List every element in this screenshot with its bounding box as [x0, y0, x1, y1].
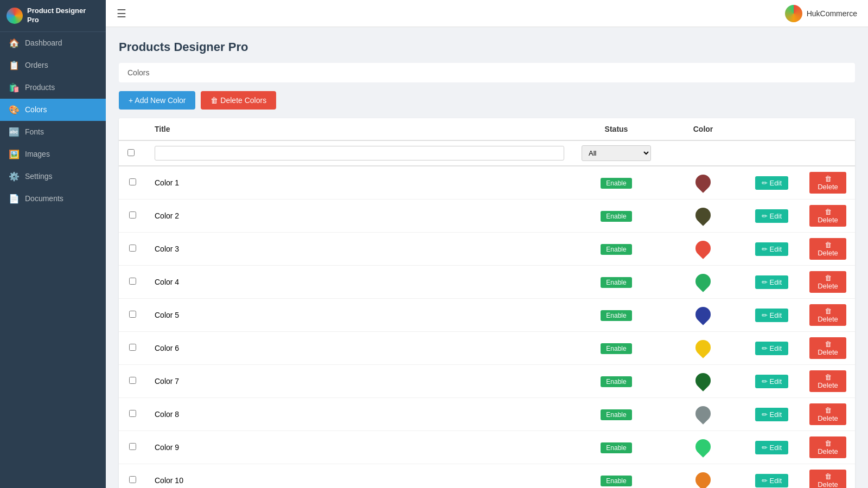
edit-button-5[interactable]: ✏ Edit	[755, 309, 788, 322]
page-title: Products Designer Pro	[119, 40, 855, 54]
row-check-cell	[119, 464, 146, 489]
delete-button-6[interactable]: 🗑 Delete	[809, 337, 846, 359]
sidebar-item-orders[interactable]: 📋Orders	[0, 54, 106, 76]
row-delete-cell-4: 🗑 Delete	[801, 266, 855, 299]
delete-button-10[interactable]: 🗑 Delete	[809, 470, 846, 488]
row-title-9: Color 9	[146, 431, 573, 464]
sidebar-item-label-images: Images	[25, 150, 50, 158]
filter-title-cell	[146, 140, 573, 166]
edit-button-9[interactable]: ✏ Edit	[755, 441, 788, 454]
color-leaf-5	[692, 304, 714, 325]
sidebar-item-products[interactable]: 🛍️Products	[0, 76, 106, 99]
sidebar-item-dashboard[interactable]: 🏠Dashboard	[0, 32, 106, 54]
filter-title-input[interactable]	[155, 146, 564, 160]
sidebar-item-settings[interactable]: ⚙️Settings	[0, 165, 106, 188]
row-edit-cell-10: ✏ Edit	[746, 464, 801, 489]
table-filter-row: All Enable Disable	[119, 140, 855, 166]
col-header-status: Status	[573, 118, 660, 140]
row-delete-cell-3: 🗑 Delete	[801, 233, 855, 266]
row-checkbox-10[interactable]	[129, 476, 136, 483]
edit-button-3[interactable]: ✏ Edit	[755, 242, 788, 256]
col-header-title: Title	[146, 118, 573, 140]
row-checkbox-3[interactable]	[129, 245, 136, 252]
nav-menu: 🏠Dashboard📋Orders🛍️Products🎨Colors🔤Fonts…	[0, 32, 106, 210]
delete-button-5[interactable]: 🗑 Delete	[809, 304, 846, 326]
delete-colors-button[interactable]: 🗑 Delete Colors	[201, 91, 276, 110]
row-edit-cell-6: ✏ Edit	[746, 332, 801, 365]
table-row: Color 5 Enable ✏ Edit 🗑 Delete	[119, 299, 855, 332]
delete-button-4[interactable]: 🗑 Delete	[809, 271, 846, 293]
color-leaf-6	[692, 337, 714, 358]
row-delete-cell-1: 🗑 Delete	[801, 166, 855, 200]
edit-button-8[interactable]: ✏ Edit	[755, 408, 788, 421]
table-row: Color 8 Enable ✏ Edit 🗑 Delete	[119, 398, 855, 431]
row-checkbox-5[interactable]	[129, 311, 136, 318]
edit-button-1[interactable]: ✏ Edit	[755, 176, 788, 190]
row-checkbox-1[interactable]	[129, 178, 136, 185]
color-leaf-4	[692, 271, 714, 292]
table-row: Color 7 Enable ✏ Edit 🗑 Delete	[119, 365, 855, 398]
row-checkbox-8[interactable]	[129, 410, 136, 417]
sidebar-item-colors[interactable]: 🎨Colors	[0, 99, 106, 121]
color-leaf-3	[692, 237, 714, 259]
hamburger-button[interactable]: ☰	[117, 7, 126, 20]
row-delete-cell-6: 🗑 Delete	[801, 332, 855, 365]
sidebar-item-label-colors: Colors	[25, 105, 47, 114]
edit-button-4[interactable]: ✏ Edit	[755, 275, 788, 289]
sidebar-item-documents[interactable]: 📄Documents	[0, 188, 106, 210]
status-badge-6: Enable	[601, 343, 631, 354]
delete-button-8[interactable]: 🗑 Delete	[809, 403, 846, 425]
row-check-cell	[119, 332, 146, 365]
row-status-4: Enable	[573, 266, 660, 299]
edit-button-10[interactable]: ✏ Edit	[755, 474, 788, 487]
edit-button-6[interactable]: ✏ Edit	[755, 342, 788, 355]
row-edit-cell-5: ✏ Edit	[746, 299, 801, 332]
delete-button-3[interactable]: 🗑 Delete	[809, 238, 846, 260]
add-color-button[interactable]: + Add New Color	[119, 91, 195, 110]
row-delete-cell-2: 🗑 Delete	[801, 200, 855, 233]
row-title-5: Color 5	[146, 299, 573, 332]
row-checkbox-9[interactable]	[129, 443, 136, 450]
documents-icon: 📄	[9, 194, 20, 204]
row-checkbox-7[interactable]	[129, 377, 136, 384]
sidebar-item-fonts[interactable]: 🔤Fonts	[0, 121, 106, 143]
row-title-8: Color 8	[146, 398, 573, 431]
row-checkbox-6[interactable]	[129, 344, 136, 351]
edit-button-7[interactable]: ✏ Edit	[755, 375, 788, 388]
table-row: Color 9 Enable ✏ Edit 🗑 Delete	[119, 431, 855, 464]
row-check-cell	[119, 398, 146, 431]
delete-button-1[interactable]: 🗑 Delete	[809, 172, 846, 194]
colors-table: Title Status Color	[119, 118, 855, 488]
col-header-action1	[746, 118, 801, 140]
color-leaf-1	[692, 171, 714, 193]
row-edit-cell-1: ✏ Edit	[746, 166, 801, 200]
filter-status-select[interactable]: All Enable Disable	[582, 145, 651, 161]
row-status-1: Enable	[573, 166, 660, 200]
edit-button-2[interactable]: ✏ Edit	[755, 209, 788, 223]
status-badge-2: Enable	[601, 211, 631, 222]
sidebar-item-images[interactable]: 🖼️Images	[0, 143, 106, 165]
row-status-2: Enable	[573, 200, 660, 233]
delete-button-7[interactable]: 🗑 Delete	[809, 370, 846, 392]
row-color-cell-1	[660, 166, 746, 200]
breadcrumb: Colors	[119, 63, 855, 82]
row-edit-cell-4: ✏ Edit	[746, 266, 801, 299]
row-title-4: Color 4	[146, 266, 573, 299]
row-color-cell-7	[660, 365, 746, 398]
delete-button-2[interactable]: 🗑 Delete	[809, 205, 846, 227]
settings-icon: ⚙️	[9, 171, 20, 182]
sidebar-item-label-products: Products	[25, 83, 55, 92]
delete-button-9[interactable]: 🗑 Delete	[809, 436, 846, 458]
user-name: HukCommerce	[807, 9, 857, 18]
row-status-10: Enable	[573, 464, 660, 489]
content-area: Products Designer Pro Colors + Add New C…	[106, 27, 868, 488]
row-checkbox-2[interactable]	[129, 211, 136, 219]
row-color-cell-4	[660, 266, 746, 299]
sidebar: Product Designer Pro 🏠Dashboard📋Orders🛍️…	[0, 0, 106, 488]
row-title-7: Color 7	[146, 365, 573, 398]
sidebar-header: Product Designer Pro	[0, 0, 106, 32]
color-leaf-7	[692, 370, 714, 391]
row-checkbox-4[interactable]	[129, 278, 136, 285]
select-all-checkbox[interactable]	[127, 149, 135, 156]
status-badge-7: Enable	[601, 376, 631, 387]
